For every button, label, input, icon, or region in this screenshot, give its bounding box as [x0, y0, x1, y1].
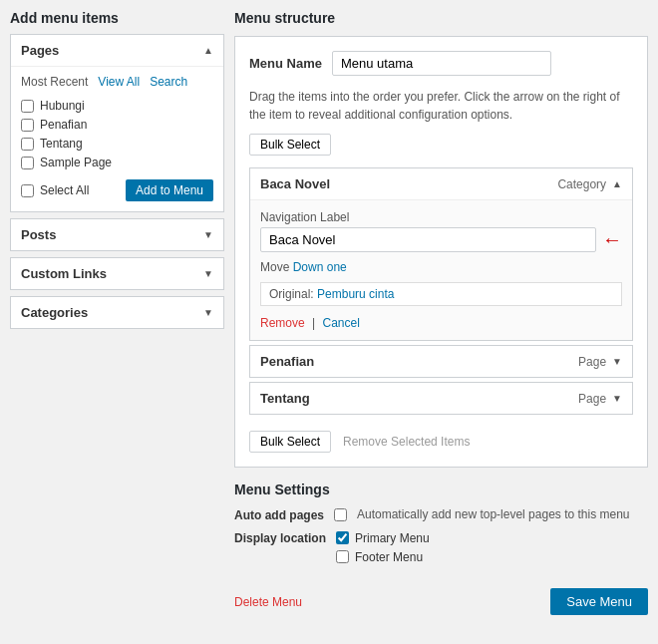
nav-label-input[interactable] — [260, 227, 596, 252]
posts-accordion-header[interactable]: Posts — [11, 219, 223, 250]
footer-menu-checkbox[interactable] — [336, 550, 349, 563]
pages-accordion-body: Most Recent View All Search Hubungi Pena… — [11, 66, 223, 211]
menu-structure-title: Menu structure — [234, 10, 648, 26]
original-link[interactable]: Pemburu cinta — [317, 287, 394, 301]
menu-name-row: Menu Name — [249, 51, 633, 76]
tab-view-all[interactable]: View All — [98, 75, 140, 89]
custom-links-label: Custom Links — [21, 266, 107, 281]
nav-label-label: Navigation Label — [260, 210, 622, 224]
select-all-checkbox[interactable] — [21, 184, 34, 197]
baca-novel-expanded: Navigation Label ← Move Down one Origina… — [250, 199, 632, 340]
original-box: Original: Pemburu cinta — [260, 282, 622, 306]
move-row: Move Down one — [260, 260, 622, 274]
menu-settings-title: Menu Settings — [234, 482, 648, 497]
auto-add-checkbox[interactable] — [334, 508, 347, 521]
footer-menu-label: Footer Menu — [355, 549, 423, 564]
add-to-menu-button[interactable]: Add to Menu — [126, 179, 213, 201]
auto-add-row: Auto add pages Automatically add new top… — [234, 507, 648, 522]
tentang-toggle-icon[interactable] — [612, 393, 622, 404]
menu-structure-box: Menu Name Drag the items into the order … — [234, 36, 648, 468]
baca-novel-meta: Category — [557, 177, 622, 191]
pages-accordion: Pages Most Recent View All Search Hubung… — [10, 34, 224, 212]
pages-label: Pages — [21, 43, 59, 58]
remove-link[interactable]: Remove — [260, 316, 305, 330]
primary-menu-option: Primary Menu — [336, 530, 430, 545]
menu-item-baca-novel-header[interactable]: Baca Novel Category — [250, 168, 632, 199]
actions-separator: | — [312, 316, 315, 330]
red-arrow-icon: ← — [602, 228, 622, 251]
categories-accordion-header[interactable]: Categories — [11, 297, 223, 328]
posts-chevron-icon — [203, 229, 213, 240]
cancel-link[interactable]: Cancel — [323, 316, 360, 330]
page-checkbox-sample[interactable] — [21, 157, 34, 169]
tentang-type: Page — [578, 392, 606, 406]
baca-novel-toggle-icon[interactable] — [612, 178, 622, 189]
tentang-title: Tentang — [260, 391, 310, 406]
pages-checkbox-list: Hubungi Penafian Tentang Sample Page — [21, 99, 213, 169]
auto-add-desc: Automatically add new top-level pages to… — [357, 507, 630, 521]
penafian-type: Page — [578, 355, 606, 369]
menu-name-input[interactable] — [332, 51, 551, 76]
custom-links-accordion-header[interactable]: Custom Links — [11, 258, 223, 289]
menu-item-penafian-header[interactable]: Penafian Page — [250, 346, 632, 377]
penafian-toggle-icon[interactable] — [612, 356, 622, 367]
penafian-title: Penafian — [260, 354, 314, 369]
move-down-one-link[interactable]: Down one — [293, 260, 347, 274]
display-location-options: Primary Menu Footer Menu — [336, 530, 430, 564]
page-item-sample[interactable]: Sample Page — [21, 156, 213, 169]
item-actions-row: Remove | Cancel — [260, 316, 622, 330]
tab-most-recent[interactable]: Most Recent — [21, 75, 88, 89]
posts-label: Posts — [21, 227, 56, 242]
original-row: Original: Pemburu cinta — [260, 282, 622, 306]
menu-settings: Menu Settings Auto add pages Automatical… — [234, 482, 648, 564]
move-label: Move — [260, 260, 289, 274]
penafian-meta: Page — [578, 355, 622, 369]
right-panel: Menu structure Menu Name Drag the items … — [234, 10, 648, 615]
menu-name-label: Menu Name — [249, 56, 322, 71]
page-label-penafian: Penafian — [40, 118, 87, 132]
menu-item-tentang-header[interactable]: Tentang Page — [250, 383, 632, 414]
nav-label-field: Navigation Label ← — [260, 210, 622, 252]
select-all-row: Select All Add to Menu — [21, 179, 213, 201]
custom-links-accordion: Custom Links — [10, 257, 224, 290]
left-panel-title: Add menu items — [10, 10, 224, 26]
page-item-hubungi[interactable]: Hubungi — [21, 99, 213, 113]
select-all-label[interactable]: Select All — [21, 183, 89, 197]
page-label-sample: Sample Page — [40, 156, 112, 169]
baca-novel-title: Baca Novel — [260, 176, 330, 191]
page-item-penafian[interactable]: Penafian — [21, 118, 213, 132]
page-label-hubungi: Hubungi — [40, 99, 85, 113]
page-checkbox-tentang[interactable] — [21, 138, 34, 151]
baca-novel-type: Category — [557, 177, 606, 191]
page-label-tentang: Tentang — [40, 137, 83, 151]
pages-chevron-icon — [203, 45, 213, 56]
categories-accordion: Categories — [10, 296, 224, 329]
tab-search[interactable]: Search — [150, 75, 187, 89]
pages-tab-nav: Most Recent View All Search — [21, 75, 213, 89]
save-menu-button[interactable]: Save Menu — [550, 588, 648, 615]
page-checkbox-hubungi[interactable] — [21, 100, 34, 113]
pages-accordion-header[interactable]: Pages — [11, 35, 223, 66]
display-location-row: Display location Primary Menu Footer Men… — [234, 530, 648, 564]
custom-links-chevron-icon — [203, 268, 213, 279]
page-item-tentang[interactable]: Tentang — [21, 137, 213, 151]
menu-item-penafian: Penafian Page — [249, 345, 633, 378]
footer-menu-option: Footer Menu — [336, 549, 430, 564]
primary-menu-checkbox[interactable] — [336, 531, 349, 544]
categories-label: Categories — [21, 305, 88, 320]
bulk-select-bottom-button[interactable]: Bulk Select — [249, 431, 331, 453]
menu-item-tentang: Tentang Page — [249, 382, 633, 415]
tentang-meta: Page — [578, 392, 622, 406]
remove-selected-link[interactable]: Remove Selected Items — [343, 435, 470, 449]
display-location-label: Display location — [234, 530, 326, 545]
bottom-bulk-row: Bulk Select Remove Selected Items — [249, 423, 633, 453]
footer-actions: Delete Menu Save Menu — [234, 580, 648, 615]
categories-chevron-icon — [203, 307, 213, 318]
drag-hint: Drag the items into the order you prefer… — [249, 88, 633, 124]
auto-add-options: Automatically add new top-level pages to… — [334, 507, 630, 521]
page-checkbox-penafian[interactable] — [21, 119, 34, 132]
primary-menu-label: Primary Menu — [355, 530, 430, 545]
menu-item-baca-novel: Baca Novel Category Navigation Label ← — [249, 167, 633, 341]
bulk-select-top-button[interactable]: Bulk Select — [249, 134, 331, 156]
delete-menu-link[interactable]: Delete Menu — [234, 595, 302, 609]
